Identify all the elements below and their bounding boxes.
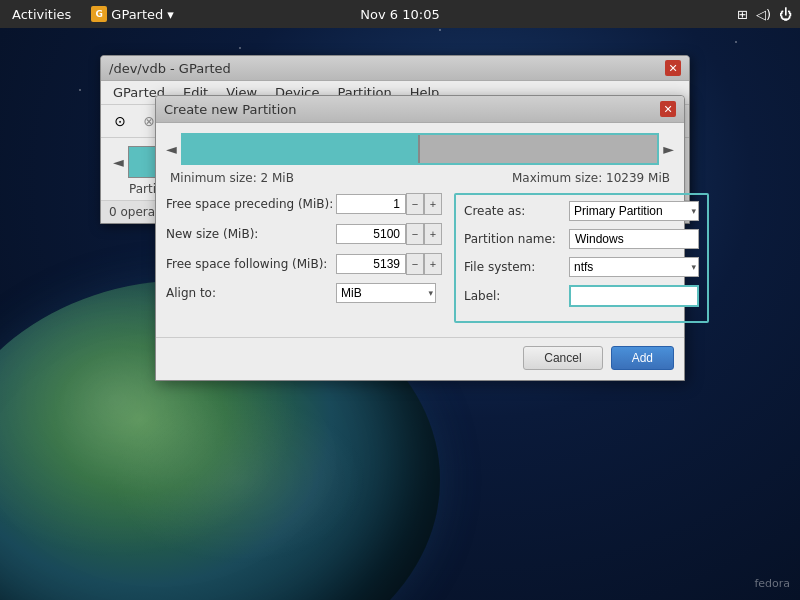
label-row: Label: bbox=[464, 285, 699, 307]
align-to-select-wrapper: MiB Cylinder None ▾ bbox=[336, 283, 436, 303]
new-size-spinbox: − + bbox=[336, 223, 442, 245]
free-space-following-row: Free space following (MiB): − + bbox=[166, 253, 442, 275]
dialog-overlay: Create new Partition ✕ ◄ ► Minimum size:… bbox=[0, 0, 800, 600]
create-as-select-wrapper: Primary Partition Extended Partition Log… bbox=[569, 201, 699, 221]
dialog-arrow-left[interactable]: ◄ bbox=[166, 141, 177, 157]
free-space-preceding-input[interactable] bbox=[336, 194, 406, 214]
cancel-button[interactable]: Cancel bbox=[523, 346, 602, 370]
free-space-preceding-decrement[interactable]: − bbox=[406, 193, 424, 215]
label-input[interactable] bbox=[569, 285, 699, 307]
dialog-form: Free space preceding (MiB): − + New size… bbox=[166, 193, 674, 323]
dialog-partition-bar bbox=[181, 133, 659, 165]
dialog-titlebar: Create new Partition ✕ bbox=[156, 96, 684, 123]
label-label: Label: bbox=[464, 289, 569, 303]
align-to-label: Align to: bbox=[166, 286, 336, 300]
free-space-following-spinbox: − + bbox=[336, 253, 442, 275]
dialog-close-button[interactable]: ✕ bbox=[660, 101, 676, 117]
add-button[interactable]: Add bbox=[611, 346, 674, 370]
min-size-label: Minimum size: 2 MiB bbox=[170, 171, 294, 185]
partition-name-input[interactable] bbox=[569, 229, 699, 249]
free-space-following-label: Free space following (MiB): bbox=[166, 257, 336, 271]
new-size-decrement[interactable]: − bbox=[406, 223, 424, 245]
file-system-row: File system: ntfs ext4 fat32 btrfs xfs ▾ bbox=[464, 257, 699, 277]
form-right: Create as: Primary Partition Extended Pa… bbox=[454, 193, 709, 323]
free-space-following-increment[interactable]: + bbox=[424, 253, 442, 275]
free-space-following-input[interactable] bbox=[336, 254, 406, 274]
new-size-label: New size (MiB): bbox=[166, 227, 336, 241]
dialog-arrow-right[interactable]: ► bbox=[663, 141, 674, 157]
max-size-label: Maximum size: 10239 MiB bbox=[512, 171, 670, 185]
new-size-input[interactable] bbox=[336, 224, 406, 244]
file-system-label: File system: bbox=[464, 260, 569, 274]
create-as-select[interactable]: Primary Partition Extended Partition Log… bbox=[569, 201, 699, 221]
partition-name-row: Partition name: bbox=[464, 229, 699, 249]
partition-name-label: Partition name: bbox=[464, 232, 569, 246]
dialog-buttons: Cancel Add bbox=[156, 337, 684, 380]
create-as-label: Create as: bbox=[464, 204, 569, 218]
dialog-size-info: Minimum size: 2 MiB Maximum size: 10239 … bbox=[166, 171, 674, 193]
free-space-preceding-row: Free space preceding (MiB): − + bbox=[166, 193, 442, 215]
file-system-select-wrapper: ntfs ext4 fat32 btrfs xfs ▾ bbox=[569, 257, 699, 277]
new-size-row: New size (MiB): − + bbox=[166, 223, 442, 245]
free-space-following-decrement[interactable]: − bbox=[406, 253, 424, 275]
dialog-gray-segment bbox=[420, 135, 657, 163]
file-system-select[interactable]: ntfs ext4 fat32 btrfs xfs bbox=[569, 257, 699, 277]
free-space-preceding-spinbox: − + bbox=[336, 193, 442, 215]
free-space-preceding-label: Free space preceding (MiB): bbox=[166, 197, 336, 211]
align-to-select[interactable]: MiB Cylinder None bbox=[336, 283, 436, 303]
free-space-preceding-increment[interactable]: + bbox=[424, 193, 442, 215]
dialog-title: Create new Partition bbox=[164, 102, 297, 117]
new-size-increment[interactable]: + bbox=[424, 223, 442, 245]
dialog-body: ◄ ► Minimum size: 2 MiB Maximum size: 10… bbox=[156, 123, 684, 333]
create-as-row: Create as: Primary Partition Extended Pa… bbox=[464, 201, 699, 221]
form-left: Free space preceding (MiB): − + New size… bbox=[166, 193, 442, 323]
dialog-bar-container: ◄ ► bbox=[166, 133, 674, 165]
dialog-teal-segment bbox=[183, 135, 420, 163]
create-partition-dialog: Create new Partition ✕ ◄ ► Minimum size:… bbox=[155, 95, 685, 381]
align-to-row: Align to: MiB Cylinder None ▾ bbox=[166, 283, 442, 303]
